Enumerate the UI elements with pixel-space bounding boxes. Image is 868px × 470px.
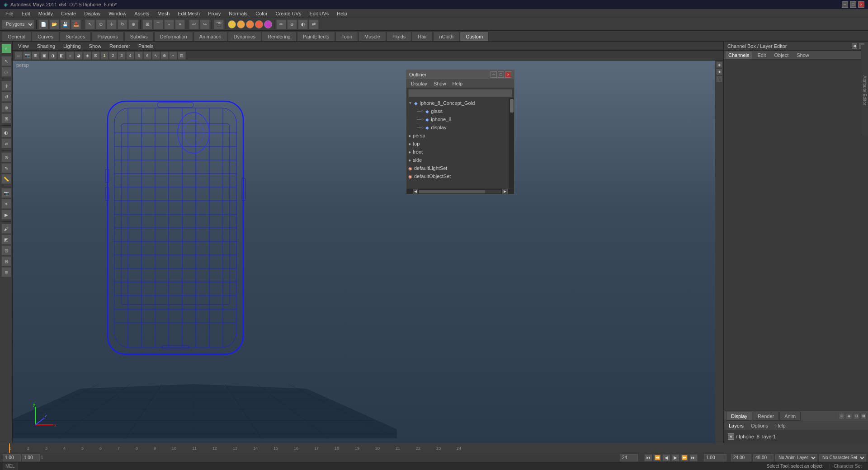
menu-create[interactable]: Create (57, 10, 80, 17)
menu-mesh[interactable]: Mesh (154, 10, 173, 17)
bp-tab-anim[interactable]: Anim (779, 412, 801, 421)
hscroll-track[interactable] (419, 190, 501, 193)
tab-hair[interactable]: Hair (412, 32, 433, 41)
vp-camera-btn[interactable]: 📷 (23, 52, 31, 60)
layer-visibility-btn[interactable]: V (728, 433, 734, 440)
rotate-lt-button[interactable]: ↺ (1, 92, 11, 102)
outliner-minimize[interactable]: ─ (491, 71, 497, 78)
go-end-btn[interactable]: ⏭ (689, 454, 698, 461)
tab-rendering[interactable]: Rendering (262, 32, 297, 41)
select-lt-button[interactable]: ↖ (1, 56, 11, 66)
lasso-select-button[interactable]: ⊙ (96, 19, 106, 29)
range-end-field[interactable] (620, 454, 638, 461)
hscroll-thumb[interactable] (419, 190, 485, 193)
cb-tab-object[interactable]: Object (771, 52, 791, 59)
cb-tab-channels[interactable]: Channels (726, 52, 752, 59)
snap-curve-button[interactable]: ⌒ (153, 19, 163, 29)
paint-lt-button[interactable]: 🖌 (1, 224, 11, 234)
texture-lt-button[interactable]: ◩ (1, 235, 11, 244)
render-button[interactable]: 🎬 (214, 19, 224, 29)
annot-button[interactable]: ✎ (1, 163, 11, 173)
light-lt-button[interactable]: ☀ (1, 199, 11, 209)
vp-menu-shading[interactable]: Shading (33, 42, 59, 50)
sculpt-button[interactable]: ⌀ (287, 19, 297, 29)
menu-edit-uvs[interactable]: Edit UVs (306, 10, 332, 17)
timeline-playhead[interactable] (9, 443, 10, 453)
cb-tab-show[interactable]: Show (794, 52, 812, 59)
hscroll-left-btn[interactable]: ◀ (413, 189, 418, 194)
render-lt-button[interactable]: ▶ (1, 210, 11, 220)
tab-surfaces[interactable]: Surfaces (60, 32, 91, 41)
outliner-show-menu[interactable]: Show (431, 80, 449, 87)
step-back-btn[interactable]: ⏪ (653, 454, 661, 461)
menu-create-uvs[interactable]: Create UVs (272, 10, 305, 17)
vp-shade-btn[interactable]: ◑ (49, 52, 57, 60)
vp-6-btn[interactable]: 6 (143, 52, 151, 60)
step-fwd-btn[interactable]: ⏩ (680, 454, 689, 461)
tab-custom[interactable]: Custom (460, 32, 489, 41)
color-btn-5[interactable] (264, 20, 272, 28)
outliner-vscroll-thumb[interactable] (510, 99, 514, 113)
universal-lt-button[interactable]: ⊞ (1, 113, 11, 123)
menu-assets[interactable]: Assets (131, 10, 153, 17)
vp-manip-btn[interactable]: ⊕ (160, 52, 169, 60)
move-tool-button[interactable]: ✛ (107, 19, 117, 29)
sculpt-lt-button[interactable]: ⌀ (1, 138, 11, 148)
tab-polygons[interactable]: Polygons (91, 32, 123, 41)
menu-display[interactable]: Display (80, 10, 104, 17)
outliner-item-defaultobjectset[interactable]: ◉ defaultObjectSet (406, 172, 509, 180)
soft-sel-button[interactable]: ◐ (298, 19, 308, 29)
scale-lt-button[interactable]: ⊕ (1, 103, 11, 113)
layer-icons-3[interactable]: ⊟ (853, 413, 859, 419)
menu-modify[interactable]: Modify (35, 10, 57, 17)
show-man-button[interactable]: ⊙ (1, 152, 11, 162)
select-tool-button[interactable]: ↖ (85, 19, 95, 29)
outliner-hscrollbar[interactable]: ◀ ▶ (406, 188, 514, 194)
viewport-canvas[interactable]: persp (13, 61, 723, 443)
go-start-btn[interactable]: ⏮ (644, 454, 652, 461)
hscroll-right-btn[interactable]: ▶ (502, 189, 508, 194)
vp-rt-bookmark[interactable]: ★ (716, 69, 722, 75)
restore-button[interactable]: □ (850, 1, 856, 8)
vp-rt-camera-attr[interactable]: 🎥 (716, 76, 722, 82)
outliner-item-glass[interactable]: └─○ ◆ glass (414, 107, 509, 115)
titlebar-controls[interactable]: ─ □ × (842, 1, 864, 8)
lasso-lt-button[interactable]: ◌ (1, 67, 11, 77)
tab-painteffects[interactable]: PaintEffects (297, 32, 335, 41)
menu-window[interactable]: Window (105, 10, 130, 17)
layer-icons-4[interactable]: ⊠ (860, 413, 867, 419)
tab-deformation[interactable]: Deformation (154, 32, 193, 41)
tab-general[interactable]: General (2, 32, 31, 41)
vp-tex-btn[interactable]: ◧ (57, 52, 66, 60)
minimize-button[interactable]: ─ (842, 1, 848, 8)
layer-icons-2[interactable]: ◈ (846, 413, 852, 419)
menu-edit-mesh[interactable]: Edit Mesh (174, 10, 203, 17)
tab-dynamics[interactable]: Dynamics (228, 32, 261, 41)
timeline-ruler[interactable]: 1 2 3 4 5 6 7 8 9 10 11 12 13 14 15 16 1… (0, 443, 868, 453)
vp-hud-btn[interactable]: ⊟ (178, 52, 186, 60)
tab-muscle[interactable]: Muscle (359, 32, 386, 41)
move-lt-button[interactable]: ✛ (1, 81, 11, 91)
menu-normals[interactable]: Normals (225, 10, 251, 17)
menu-edit[interactable]: Edit (18, 10, 34, 17)
uv-lt-button[interactable]: ⊡ (1, 245, 11, 255)
vp-menu-show[interactable]: Show (85, 42, 105, 50)
tab-fluids[interactable]: Fluids (387, 32, 411, 41)
outliner-item-defaultlightset[interactable]: ◉ defaultLightSet (406, 164, 509, 172)
vp-xray-btn[interactable]: ◈ (83, 52, 91, 60)
vp-light-btn[interactable]: ☼ (66, 52, 74, 60)
redo-button[interactable]: ↪ (200, 19, 210, 29)
cloth-lt-button[interactable]: ≋ (1, 267, 11, 277)
anim-start-field[interactable] (731, 454, 751, 461)
mode-select[interactable]: Polygons (2, 20, 34, 29)
rotate-tool-button[interactable]: ↻ (118, 19, 127, 29)
vp-4-btn[interactable]: 4 (126, 52, 134, 60)
bp-tab-display[interactable]: Display (726, 412, 752, 421)
color-btn-2[interactable] (237, 20, 245, 28)
vp-sel-btn[interactable]: ↖ (152, 52, 160, 60)
outliner-help-menu[interactable]: Help (450, 80, 466, 87)
outliner-item-concept[interactable]: ▼ ◆ Iphone_8_Concept_Gold (406, 99, 509, 107)
layer-icons-1[interactable]: ⊞ (839, 413, 845, 419)
vp-home-btn[interactable]: ⌂ (14, 52, 23, 60)
snap-point-button[interactable]: ∘ (164, 19, 174, 29)
